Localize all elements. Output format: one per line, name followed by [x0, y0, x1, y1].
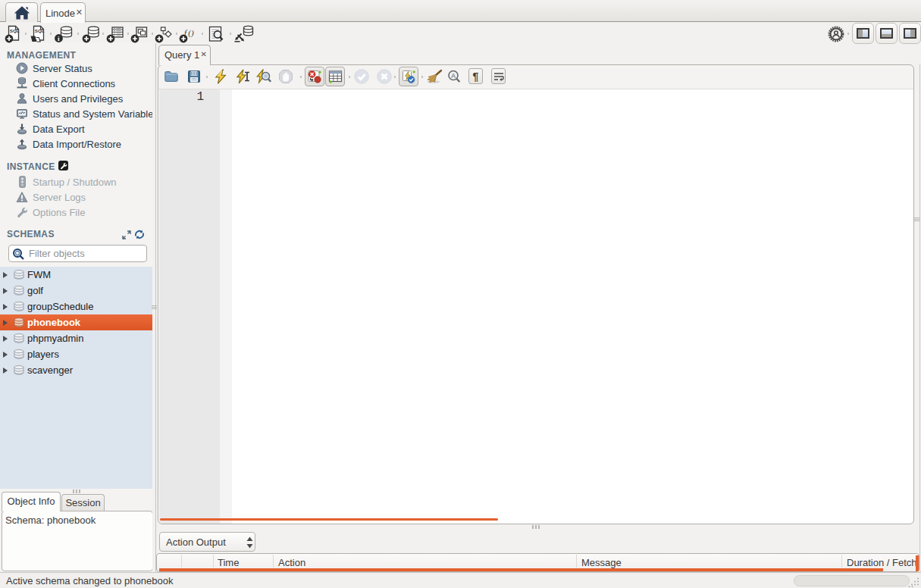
svg-text:A: A [451, 72, 456, 80]
svg-text:SQL: SQL [10, 28, 20, 33]
svg-text:SQL: SQL [35, 28, 45, 33]
